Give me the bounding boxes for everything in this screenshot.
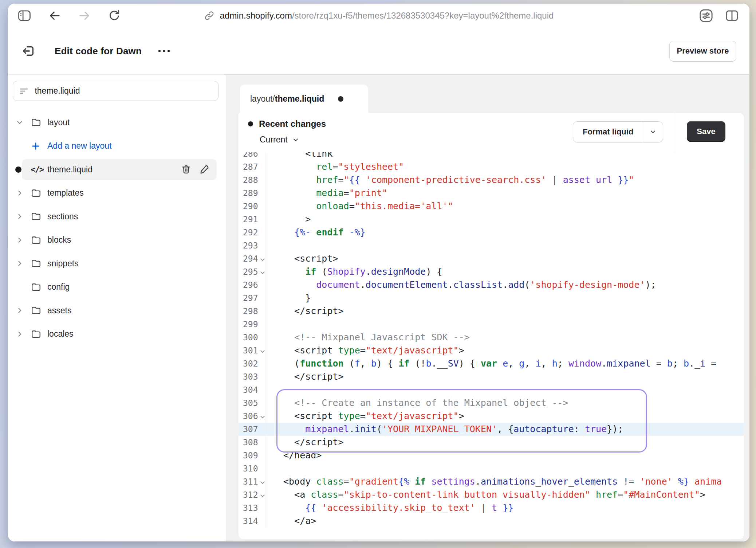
split-view-button[interactable]: [725, 9, 739, 22]
fold-chevron-icon[interactable]: [260, 257, 265, 263]
code-text[interactable]: [266, 239, 744, 252]
sidebar-item-add-a-new-layout[interactable]: Add a new layout: [8, 134, 225, 158]
code-text[interactable]: [266, 383, 744, 396]
gutter: 291: [239, 213, 266, 226]
delete-file-button[interactable]: [181, 164, 191, 175]
sidebar-item-config[interactable]: config: [8, 275, 225, 299]
code-text[interactable]: rel="stylesheet": [266, 160, 744, 173]
chevron-right-icon[interactable]: [16, 213, 23, 220]
code-line-296: 296 document.documentElement.classList.a…: [239, 278, 744, 291]
gutter: 293: [239, 239, 266, 252]
code-line-312: 312 <a class="skip-to-content-link butto…: [239, 488, 744, 501]
url-text: admin.shopify.com/store/rzq1xu-f5/themes…: [220, 11, 554, 21]
code-text[interactable]: onload="this.media='all'": [266, 200, 744, 213]
sidebar-item-templates[interactable]: templates: [8, 181, 225, 205]
sidebar-item-snippets[interactable]: snippets: [8, 252, 225, 275]
format-options-caret[interactable]: [643, 122, 663, 142]
code-editor[interactable]: 286 <link287 rel="stylesheet"288 href="{…: [239, 152, 744, 539]
folder-icon: [31, 258, 42, 269]
code-text[interactable]: href="{{ 'component-predictive-search.cs…: [266, 173, 744, 187]
chevron-down-icon[interactable]: [16, 119, 23, 126]
code-line-289: 289 media="print": [239, 187, 744, 200]
line-number: 311: [243, 477, 258, 486]
code-text[interactable]: </head>: [266, 449, 744, 462]
code-text[interactable]: >: [266, 213, 744, 226]
line-number: 310: [243, 464, 258, 473]
save-button[interactable]: Save: [687, 121, 725, 142]
code-text[interactable]: {%- endif -%}: [266, 226, 744, 239]
chevron-right-icon[interactable]: [16, 260, 23, 267]
code-text[interactable]: [266, 318, 744, 331]
gutter: 304: [239, 383, 266, 396]
code-text[interactable]: [266, 462, 744, 475]
gutter: 290: [239, 200, 266, 213]
code-text[interactable]: <a class="skip-to-content-link button vi…: [266, 488, 744, 501]
code-text[interactable]: <script type="text/javascript">: [266, 410, 744, 423]
file-filter-box[interactable]: [13, 81, 218, 101]
gutter: 312: [239, 488, 266, 501]
chevron-right-icon[interactable]: [16, 330, 23, 338]
code-line-309: 309</head>: [239, 449, 744, 462]
address-bar[interactable]: admin.shopify.com/store/rzq1xu-f5/themes…: [204, 4, 554, 28]
format-liquid-button[interactable]: Format liquid: [573, 121, 663, 142]
code-text[interactable]: if (Shopify.designMode) {: [266, 265, 744, 278]
code-text[interactable]: </script>: [266, 436, 744, 449]
line-number: 303: [243, 372, 258, 381]
fold-chevron-icon[interactable]: [260, 480, 265, 486]
page-title: Edit code for Dawn: [55, 46, 142, 57]
sidebar-item-sections[interactable]: sections: [8, 205, 225, 228]
item-label: theme.liquid: [47, 165, 92, 175]
version-dropdown[interactable]: Current: [260, 135, 299, 145]
changes-dot-icon: [248, 121, 253, 126]
code-text[interactable]: {{ 'accessibility.skip_to_text' | t }}: [266, 501, 744, 514]
page-settings-button[interactable]: [698, 8, 714, 23]
code-text[interactable]: (function (f, b) { if (!b.__SV) { var e,…: [266, 357, 744, 370]
tab-path-prefix: layout/: [250, 94, 275, 104]
code-text[interactable]: </a>: [266, 514, 744, 528]
code-text[interactable]: </script>: [266, 305, 744, 318]
format-liquid-label: Format liquid: [573, 122, 643, 142]
exit-editor-button[interactable]: [21, 43, 36, 59]
file-filter-input[interactable]: [34, 86, 212, 96]
chevron-down-icon: [649, 128, 657, 136]
sidebar-item-locales[interactable]: locales: [8, 322, 225, 346]
rename-file-button[interactable]: [199, 164, 209, 175]
code-text[interactable]: <!-- Mixpanel Javascript SDK -->: [266, 331, 744, 344]
sidebar-item-assets[interactable]: assets: [8, 299, 225, 322]
code-line-305: 305 <!-- Create an instance of the Mixpa…: [239, 396, 744, 410]
reload-button[interactable]: [108, 9, 121, 22]
code-text[interactable]: }: [266, 291, 744, 305]
chevron-right-icon[interactable]: [16, 189, 23, 197]
item-label: templates: [47, 188, 84, 198]
preview-store-button[interactable]: Preview store: [669, 41, 736, 62]
back-arrow-icon: [48, 9, 61, 22]
code-text[interactable]: </script>: [266, 370, 744, 383]
more-actions-button[interactable]: [158, 50, 170, 52]
code-text[interactable]: <body class="gradient{% if settings.anim…: [266, 475, 744, 488]
sidebar-item-layout[interactable]: layout: [8, 111, 225, 134]
code-text[interactable]: media="print": [266, 187, 744, 200]
code-text[interactable]: document.documentElement.classList.add('…: [266, 278, 744, 291]
chevron-right-icon[interactable]: [16, 307, 23, 314]
fold-chevron-icon[interactable]: [260, 414, 265, 420]
gutter: 289: [239, 187, 266, 200]
fold-chevron-icon[interactable]: [260, 349, 265, 355]
gutter: 300: [239, 331, 266, 344]
chevron-right-icon[interactable]: [16, 236, 23, 244]
sidebar-toggle-button[interactable]: [17, 9, 31, 22]
code-text[interactable]: mixpanel.init('YOUR_MIXPANEL_TOKEN', {au…: [266, 423, 744, 436]
recent-changes-button[interactable]: Recent changes: [248, 119, 326, 129]
back-button[interactable]: [48, 9, 61, 22]
code-text[interactable]: <script type="text/javascript">: [266, 344, 744, 357]
code-text[interactable]: <script>: [266, 252, 744, 265]
fold-chevron-icon[interactable]: [260, 493, 265, 499]
fold-chevron-icon[interactable]: [260, 270, 265, 276]
code-text[interactable]: <link: [266, 152, 744, 160]
sidebar-item-theme.liquid[interactable]: </>theme.liquid: [8, 158, 225, 181]
forward-button[interactable]: [78, 9, 91, 22]
tab-theme-liquid[interactable]: layout/theme.liquid: [240, 85, 368, 113]
reload-icon: [108, 9, 121, 22]
sidebar-item-blocks[interactable]: blocks: [8, 228, 225, 252]
code-text[interactable]: <!-- Create an instance of the Mixpanel …: [266, 396, 744, 410]
line-number: 293: [243, 241, 258, 250]
